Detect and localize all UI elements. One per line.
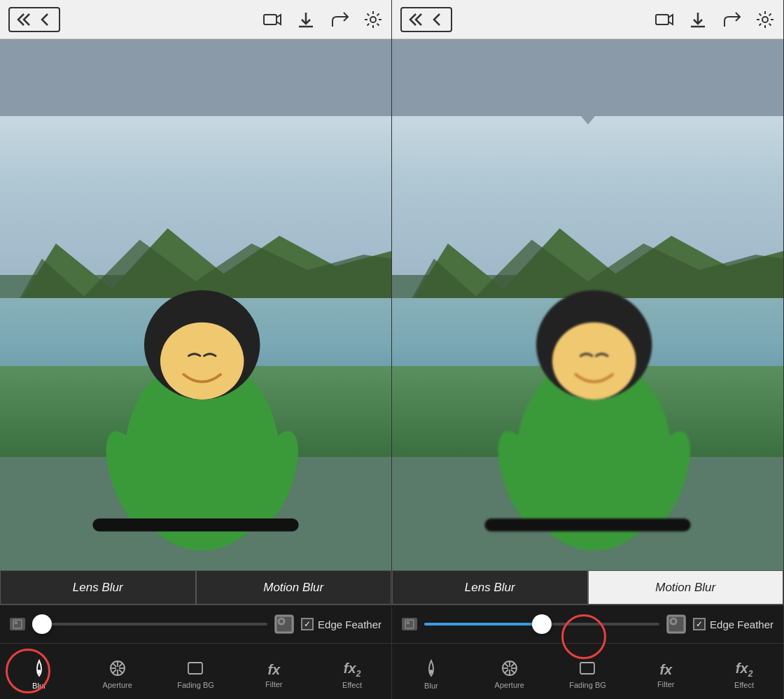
left-toolbar [0, 0, 391, 39]
left-nav-box [8, 7, 60, 32]
left-slider-min-icon [10, 618, 25, 630]
right-effect-icon: fx2 [736, 658, 752, 678]
svg-point-38 [552, 323, 636, 400]
svg-line-55 [505, 670, 508, 673]
left-share-btn[interactable] [330, 10, 349, 29]
left-fading-label: Fading BG [177, 681, 214, 689]
svg-line-54 [511, 663, 514, 667]
svg-rect-15 [276, 616, 293, 633]
right-nav-effect[interactable]: fx2 Effect [705, 644, 783, 699]
left-nav-blur[interactable]: Blur [0, 644, 78, 699]
right-download-btn[interactable] [688, 10, 708, 29]
left-effect-label: Effect [342, 681, 362, 689]
right-slider-thumb[interactable] [532, 614, 552, 634]
left-photo-area [0, 116, 391, 570]
right-bottom-nav: Blur Aperture [392, 643, 783, 699]
svg-line-23 [113, 663, 116, 667]
right-nav-blur[interactable]: Blur [392, 644, 470, 699]
left-person-svg [0, 184, 391, 570]
svg-point-45 [671, 619, 676, 624]
right-down-triangle [581, 116, 595, 125]
left-aperture-label: Aperture [103, 681, 132, 689]
svg-rect-13 [13, 620, 22, 628]
right-nav-box [400, 7, 452, 32]
left-nav-effect[interactable]: fx2 Effect [313, 644, 391, 699]
left-photo-bg [0, 116, 391, 570]
right-panel: Lens Blur Motion Blur [392, 0, 784, 699]
right-bottom-controls: Lens Blur Motion Blur [392, 570, 783, 699]
left-back-double-btn[interactable] [14, 10, 34, 29]
svg-rect-44 [668, 616, 685, 633]
right-slider-track[interactable] [424, 623, 659, 626]
right-toolbar-right [654, 10, 775, 29]
left-back-btn[interactable] [35, 10, 55, 29]
svg-rect-29 [656, 15, 668, 24]
left-slider-track[interactable] [32, 623, 267, 626]
left-nav-aperture[interactable]: Aperture [78, 644, 157, 699]
right-nav-fading[interactable]: Fading BG [549, 644, 627, 699]
right-nav-filter[interactable]: fx Filter [626, 644, 705, 699]
right-gray-area [392, 39, 783, 116]
left-download-btn[interactable] [296, 10, 316, 29]
svg-rect-28 [188, 663, 202, 674]
svg-point-33 [762, 17, 768, 22]
left-nav-filter[interactable]: fx Filter [234, 644, 313, 699]
svg-rect-12 [92, 518, 298, 531]
right-filter-icon: fx [659, 659, 672, 677]
svg-line-52 [505, 663, 508, 667]
svg-point-17 [38, 670, 41, 673]
svg-point-46 [430, 670, 433, 673]
right-back-btn[interactable] [427, 10, 447, 29]
right-person-svg [392, 184, 783, 570]
right-toolbar [392, 0, 783, 39]
left-slider-thumb[interactable] [32, 614, 52, 634]
right-aperture-icon [500, 658, 519, 678]
right-photo-area [392, 116, 783, 570]
right-blur-icon [421, 658, 442, 679]
right-slider-row: Edge Feather [392, 605, 783, 643]
left-toolbar-right [262, 10, 383, 29]
right-slider-min-icon [402, 618, 417, 630]
right-fading-label: Fading BG [569, 681, 606, 689]
right-nav-aperture[interactable]: Aperture [470, 644, 549, 699]
right-lens-blur-tab[interactable]: Lens Blur [392, 570, 588, 605]
right-settings-btn[interactable] [755, 10, 775, 29]
left-bottom-nav: Blur Aperture [0, 643, 391, 699]
left-settings-btn[interactable] [363, 10, 383, 29]
left-slider-max-icon [274, 616, 294, 632]
svg-line-53 [511, 670, 514, 673]
left-gray-area [0, 39, 391, 116]
left-aperture-icon [108, 658, 127, 678]
left-filter-label: Filter [265, 680, 282, 689]
right-blur-tabs: Lens Blur Motion Blur [392, 570, 783, 605]
left-edge-feather-checkbox[interactable] [301, 618, 314, 630]
svg-rect-27 [188, 663, 202, 674]
right-slider-fill [424, 623, 542, 626]
svg-rect-42 [405, 620, 414, 628]
left-lens-blur-tab[interactable]: Lens Blur [0, 570, 196, 605]
right-filter-label: Filter [657, 680, 674, 689]
left-nav-fading[interactable]: Fading BG [157, 644, 235, 699]
right-video-btn[interactable] [654, 10, 674, 29]
right-share-btn[interactable] [722, 10, 741, 29]
right-back-double-btn[interactable] [406, 10, 426, 29]
right-fading-icon [578, 658, 597, 678]
svg-point-9 [160, 323, 244, 400]
svg-rect-56 [580, 663, 594, 674]
left-motion-blur-tab[interactable]: Motion Blur [196, 570, 392, 605]
left-filter-icon: fx [267, 659, 280, 677]
svg-rect-0 [264, 15, 276, 24]
left-blur-label: Blur [32, 682, 46, 690]
svg-point-4 [370, 17, 376, 22]
left-fading-icon [186, 658, 205, 678]
left-effect-icon: fx2 [344, 658, 360, 678]
left-video-btn[interactable] [262, 10, 282, 29]
left-edge-feather: Edge Feather [301, 618, 382, 630]
left-blur-icon [29, 658, 50, 679]
right-motion-blur-tab[interactable]: Motion Blur [588, 570, 784, 605]
right-edge-feather: Edge Feather [693, 618, 774, 630]
svg-rect-41 [484, 518, 690, 531]
right-blur-label: Blur [424, 682, 438, 690]
right-effect-label: Effect [734, 681, 754, 689]
right-edge-feather-checkbox[interactable] [693, 618, 706, 630]
